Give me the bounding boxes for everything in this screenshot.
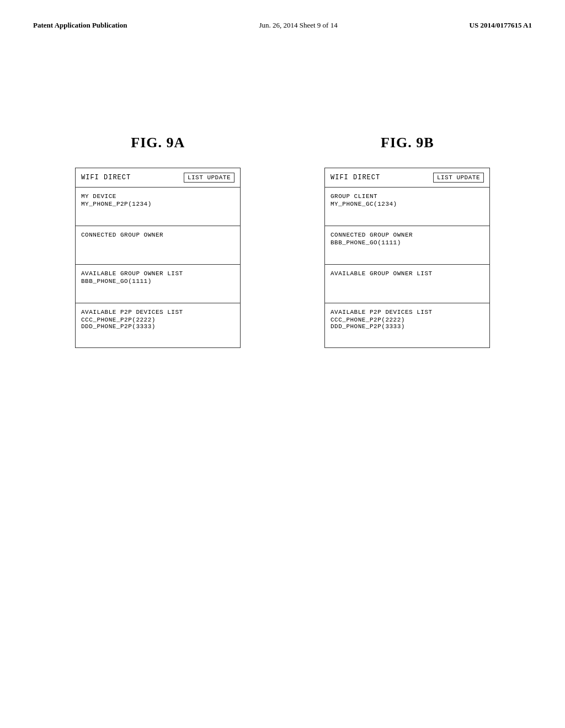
diagram-a-section-0: MY DEVICE MY_PHONE_P2P(1234) xyxy=(76,188,240,226)
diagram-a-section-3-title: AVAILABLE P2P DEVICES LIST xyxy=(81,309,234,315)
figures-row: FIG. 9A FIG. 9B xyxy=(33,135,532,151)
diagram-b-section-1: CONNECTED GROUP OWNER BBB_PHONE_GO(1111) xyxy=(325,226,489,265)
diagram-b-section-0-value: MY_PHONE_GC(1234) xyxy=(331,201,484,207)
diagram-a: WIFI DIRECT LIST UPDATE MY DEVICE MY_PHO… xyxy=(75,168,241,348)
diagram-b-section-0-title: GROUP CLIENT xyxy=(331,193,484,200)
diagram-b-section-1-value: BBB_PHONE_GO(1111) xyxy=(331,239,484,246)
diagram-b-section-2: AVAILABLE GROUP OWNER LIST xyxy=(325,265,489,303)
diagram-b-section-3-title: AVAILABLE P2P DEVICES LIST xyxy=(331,309,484,315)
diagram-a-section-0-value: MY_PHONE_P2P(1234) xyxy=(81,201,234,207)
diagram-b-section-1-title: CONNECTED GROUP OWNER xyxy=(331,232,484,238)
diagram-a-section-1-title: CONNECTED GROUP OWNER xyxy=(81,232,234,238)
header-left: Patent Application Publication xyxy=(33,21,127,30)
diagram-a-section-1: CONNECTED GROUP OWNER xyxy=(76,226,240,265)
diagram-a-section-2: AVAILABLE GROUP OWNER LIST BBB_PHONE_GO(… xyxy=(76,265,240,303)
page: Patent Application Publication Jun. 26, … xyxy=(0,0,565,728)
header-right: US 2014/0177615 A1 xyxy=(470,21,532,30)
diagram-a-button[interactable]: LIST UPDATE xyxy=(184,173,234,183)
diagram-a-header: WIFI DIRECT LIST UPDATE xyxy=(76,168,240,188)
patent-header: Patent Application Publication Jun. 26, … xyxy=(33,11,532,35)
diagram-b-section-3-value: CCC_PHONE_P2P(2222) DDD_PHONE_P2P(3333) xyxy=(331,317,484,330)
diagram-b-section-2-title: AVAILABLE GROUP OWNER LIST xyxy=(331,270,484,277)
diagram-b-header: WIFI DIRECT LIST UPDATE xyxy=(325,168,489,188)
header-center: Jun. 26, 2014 Sheet 9 of 14 xyxy=(259,21,337,30)
diagram-a-section-2-title: AVAILABLE GROUP OWNER LIST xyxy=(81,270,234,277)
diagram-a-section-3: AVAILABLE P2P DEVICES LIST CCC_PHONE_P2P… xyxy=(76,303,240,347)
diagram-a-section-3-value: CCC_PHONE_P2P(2222) DDD_PHONE_P2P(3333) xyxy=(81,317,234,330)
diagram-b-button[interactable]: LIST UPDATE xyxy=(433,173,484,183)
diagram-a-title: WIFI DIRECT xyxy=(81,174,131,181)
fig9a-label: FIG. 9A xyxy=(131,135,185,151)
diagram-b-section-0: GROUP CLIENT MY_PHONE_GC(1234) xyxy=(325,188,489,226)
diagram-b: WIFI DIRECT LIST UPDATE GROUP CLIENT MY_… xyxy=(324,168,490,348)
diagram-a-section-2-value: BBB_PHONE_GO(1111) xyxy=(81,278,234,285)
fig9b-label: FIG. 9B xyxy=(381,135,434,151)
diagrams-row: WIFI DIRECT LIST UPDATE MY DEVICE MY_PHO… xyxy=(33,168,532,348)
diagram-b-section-3: AVAILABLE P2P DEVICES LIST CCC_PHONE_P2P… xyxy=(325,303,489,347)
diagram-a-section-0-title: MY DEVICE xyxy=(81,193,234,200)
diagram-b-title: WIFI DIRECT xyxy=(331,174,380,181)
